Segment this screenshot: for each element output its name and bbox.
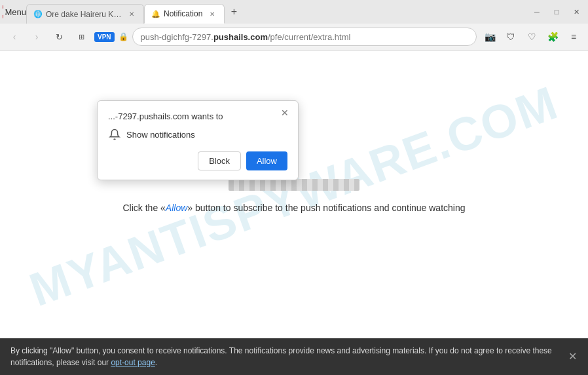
allow-button[interactable]: Allow bbox=[246, 151, 287, 170]
tab-title-2: Ore dake Haireru Ka... bbox=[46, 10, 122, 19]
menu-label: Menu bbox=[5, 7, 26, 17]
block-button[interactable]: Block bbox=[198, 151, 241, 170]
tab-title-3: Notification bbox=[164, 9, 202, 18]
permission-label: Show notifications bbox=[126, 130, 195, 140]
lock-icon: 🔒 bbox=[119, 32, 128, 41]
camera-icon-button[interactable]: 📷 bbox=[481, 28, 499, 46]
close-window-button[interactable]: ✕ bbox=[567, 3, 585, 21]
popup-permission-row: Show notifications bbox=[108, 128, 287, 141]
heart-icon-button[interactable]: ♡ bbox=[523, 28, 541, 46]
shield-icon-button[interactable]: 🛡 bbox=[502, 28, 520, 46]
camera-icon: 📷 bbox=[485, 31, 496, 42]
instruction-prefix: Click the « bbox=[123, 203, 166, 213]
tab-notification[interactable]: 🔔 Notification ✕ bbox=[144, 4, 225, 24]
address-bar: ‹ › ↻ ⊞ VPN 🔒 push-dgichfg-7297.pushails… bbox=[0, 24, 588, 50]
back-button[interactable]: ‹ bbox=[5, 28, 24, 46]
opt-out-link[interactable]: opt-out page bbox=[111, 358, 155, 367]
page-instruction: Click the «Allow» button to subscribe to… bbox=[123, 203, 466, 213]
new-tab-button[interactable]: + bbox=[225, 3, 243, 21]
reload-button[interactable]: ↻ bbox=[50, 28, 68, 46]
url-protocol: push-dgichfg-7297. bbox=[141, 32, 213, 42]
progress-area: Click the «Allow» button to subscribe to… bbox=[123, 179, 466, 213]
shield-icon: 🛡 bbox=[506, 31, 515, 42]
browser-chrome: Menu 🌐 Ore dake Haireru Ka... ✕ 🔔 Notifi… bbox=[0, 0, 588, 50]
bottom-bar-text-after-link: . bbox=[155, 358, 157, 367]
popup-header: ...-7297.pushails.com wants to bbox=[108, 111, 287, 121]
instruction-suffix: » button to subscribe to the push notifi… bbox=[187, 203, 465, 213]
browser-menu-button[interactable]: Menu bbox=[3, 0, 26, 24]
instruction-allow: Allow bbox=[166, 203, 187, 213]
forward-icon: › bbox=[35, 31, 39, 42]
popup-buttons: Block Allow bbox=[108, 151, 287, 170]
minimize-icon: ─ bbox=[534, 8, 540, 16]
tab-favicon-3: 🔔 bbox=[151, 10, 160, 18]
tabs-view-button[interactable]: ⊞ bbox=[72, 28, 90, 46]
extensions-icon-button[interactable]: 🧩 bbox=[543, 28, 562, 46]
tab-ore-dake[interactable]: 🌐 Ore dake Haireru Ka... ✕ bbox=[26, 4, 144, 24]
url-field[interactable]: push-dgichfg-7297.pushails.com/pfe/curre… bbox=[132, 28, 477, 46]
tab-close-3[interactable]: ✕ bbox=[207, 9, 217, 19]
hamburger-menu-icon: ≡ bbox=[571, 31, 576, 42]
heart-icon: ♡ bbox=[528, 31, 536, 42]
bottom-notification-bar: By clicking "Allow" button, you consent … bbox=[0, 338, 588, 375]
url-domain: pushails.com bbox=[213, 32, 268, 42]
extensions-icon: 🧩 bbox=[547, 31, 559, 42]
browser-menu-icon-button[interactable]: ≡ bbox=[564, 28, 583, 46]
minimize-button[interactable]: ─ bbox=[528, 3, 546, 21]
popup-title: ...-7297.pushails.com wants to bbox=[108, 111, 223, 121]
tabs-view-icon: ⊞ bbox=[79, 33, 84, 41]
forward-button[interactable]: › bbox=[28, 28, 46, 46]
notification-popup: ✕ ...-7297.pushails.com wants to Show no… bbox=[97, 100, 299, 180]
popup-close-button[interactable]: ✕ bbox=[278, 106, 291, 119]
popup-close-icon: ✕ bbox=[281, 108, 289, 118]
new-tab-icon: + bbox=[231, 6, 237, 18]
tab-close-2[interactable]: ✕ bbox=[126, 9, 137, 20]
close-window-icon: ✕ bbox=[574, 8, 579, 16]
toolbar-icons: 📷 🛡 ♡ 🧩 ≡ bbox=[481, 28, 583, 46]
bottom-bar-close-button[interactable]: ✕ bbox=[564, 349, 580, 365]
maximize-button[interactable]: □ bbox=[547, 3, 566, 21]
window-controls: ─ □ ✕ bbox=[528, 3, 585, 21]
progress-bar bbox=[229, 179, 359, 191]
notification-permission-icon bbox=[108, 128, 121, 141]
maximize-icon: □ bbox=[555, 8, 559, 16]
reload-icon: ↻ bbox=[56, 32, 63, 42]
back-icon: ‹ bbox=[13, 31, 16, 42]
page-content: MYANTISPYWARE.COM Click the «Allow» butt… bbox=[0, 50, 588, 342]
url-path: /pfe/current/extra.html bbox=[268, 32, 350, 42]
bottom-bar-close-icon: ✕ bbox=[568, 349, 577, 365]
vpn-badge[interactable]: VPN bbox=[94, 32, 115, 42]
tab-bar: Menu 🌐 Ore dake Haireru Ka... ✕ 🔔 Notifi… bbox=[0, 0, 588, 24]
bottom-bar-text-before-link: By clicking "Allow" button, you consent … bbox=[10, 346, 552, 367]
tab-favicon-2: 🌐 bbox=[33, 10, 43, 18]
